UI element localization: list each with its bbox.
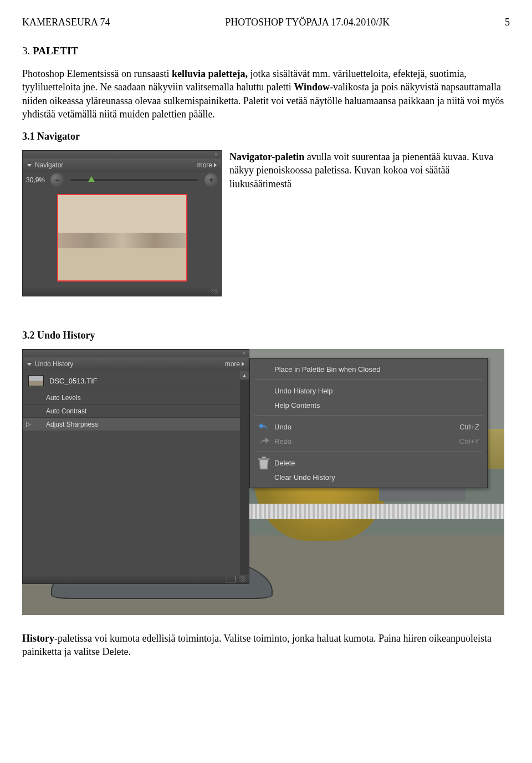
- zoom-slider-track[interactable]: [70, 179, 198, 181]
- para-bold: History: [22, 633, 54, 644]
- menu-item-label: Redo: [274, 437, 459, 445]
- history-item[interactable]: Auto Contrast: [23, 404, 249, 417]
- menu-item-label: Help Contents: [274, 401, 479, 409]
- file-thumbnail-icon: [28, 375, 44, 386]
- zoom-in-button[interactable]: +: [204, 173, 218, 187]
- para-bold: Window: [294, 81, 330, 93]
- navigator-description: Navigator-paletin avulla voit suurentaa …: [229, 150, 510, 296]
- more-button[interactable]: more: [197, 161, 217, 169]
- scrollbar[interactable]: ▲: [240, 371, 249, 575]
- navigator-thumbnail-area: [23, 188, 221, 287]
- menu-item-label: Undo: [274, 423, 459, 431]
- menu-item-redo: RedoCtrl+Y: [250, 434, 487, 448]
- scroll-up-icon[interactable]: ▲: [240, 371, 249, 380]
- history-file-row[interactable]: DSC_0513.TIF: [23, 371, 249, 391]
- menu-item-place-in-palette-bin-when-closed[interactable]: Place in Palette Bin when Closed: [250, 362, 487, 376]
- menu-item-shortcut: Ctrl+Y: [459, 437, 479, 445]
- collapse-icon[interactable]: [27, 363, 32, 366]
- para-text: -paletissa voi kumota edellisiä toiminto…: [22, 633, 492, 657]
- section-3-heading: 3. PALETIT: [22, 45, 510, 57]
- history-empty-area: [23, 431, 249, 575]
- menu-item-delete[interactable]: Delete: [250, 455, 487, 470]
- close-icon[interactable]: ×: [213, 152, 219, 157]
- menu-item-clear-undo-history[interactable]: Clear Undo History: [250, 470, 487, 484]
- menu-item-label: Place in Palette Bin when Closed: [274, 365, 479, 373]
- palette-tabbar: Undo History more: [23, 357, 249, 371]
- chevron-right-icon: [214, 163, 217, 167]
- file-name: DSC_0513.TIF: [49, 377, 98, 385]
- more-label: more: [197, 161, 212, 169]
- navigator-palette: × Navigator more 30,9% − +: [22, 150, 222, 296]
- page-header: KAMERASEURA 74 PHOTOSHOP TYÖPAJA 17.04.2…: [22, 17, 510, 28]
- trash-icon: [258, 456, 270, 470]
- header-page-number: 5: [505, 17, 510, 28]
- navigator-thumbnail[interactable]: [57, 194, 187, 281]
- context-menu: Place in Palette Bin when ClosedUndo His…: [249, 358, 488, 488]
- resize-grip-icon[interactable]: [211, 289, 218, 294]
- close-icon[interactable]: ×: [241, 351, 247, 356]
- desc-bold: Navigator-paletin: [229, 151, 304, 162]
- menu-item-shortcut: Ctrl+Z: [459, 423, 479, 431]
- menu-item-undo[interactable]: UndoCtrl+Z: [250, 419, 487, 434]
- menu-item-label: Delete: [274, 459, 479, 467]
- zoom-value[interactable]: 30,9%: [26, 176, 45, 184]
- more-button[interactable]: more: [225, 360, 244, 368]
- history-item[interactable]: Adjust Sharpness: [23, 417, 249, 431]
- para-text: Photoshop Elementsissä on runsaasti: [22, 68, 172, 79]
- navigator-controls: 30,9% − +: [23, 172, 221, 188]
- menu-separator: [254, 416, 483, 416]
- menu-item-label: Undo History Help: [274, 387, 479, 395]
- zoom-out-button[interactable]: −: [50, 173, 64, 187]
- header-center: PHOTOSHOP TYÖPAJA 17.04.2010/JK: [225, 17, 390, 28]
- header-left: KAMERASEURA 74: [22, 17, 110, 28]
- palette-titlebar[interactable]: ×: [23, 151, 221, 158]
- menu-item-help-contents[interactable]: Help Contents: [250, 398, 487, 412]
- section-3-2-heading: 3.2 Undo History: [22, 330, 510, 341]
- more-label: more: [225, 360, 240, 368]
- menu-item-undo-history-help[interactable]: Undo History Help: [250, 383, 487, 398]
- palette-tabbar: Navigator more: [23, 158, 221, 172]
- undo-history-palette: × Undo History more DSC_0513.TIF Auto Le…: [22, 349, 249, 584]
- heading-label: PALETIT: [33, 45, 78, 57]
- navigator-section: × Navigator more 30,9% − +: [22, 150, 510, 296]
- resize-grip-icon[interactable]: [239, 576, 245, 582]
- menu-separator: [254, 452, 483, 452]
- trash-icon[interactable]: [227, 576, 236, 582]
- history-item[interactable]: Auto Levels: [23, 391, 249, 404]
- palette-footer: [23, 287, 221, 296]
- palette-titlebar[interactable]: ×: [23, 350, 249, 357]
- para-bold: kelluvia paletteja,: [172, 68, 248, 79]
- section-3-paragraph: Photoshop Elementsissä on runsaasti kell…: [22, 67, 510, 121]
- palette-footer: [23, 575, 249, 583]
- history-list: Auto LevelsAuto ContrastAdjust Sharpness: [23, 391, 249, 431]
- zoom-slider: − +: [50, 173, 218, 187]
- menu-separator: [254, 380, 483, 380]
- tab-undo-history[interactable]: Undo History: [35, 360, 73, 368]
- zoom-slider-handle[interactable]: [88, 176, 95, 182]
- undo-icon: [258, 421, 270, 433]
- section-3-2-paragraph: History-paletissa voi kumota edellisiä t…: [22, 632, 510, 659]
- collapse-icon[interactable]: [27, 164, 32, 167]
- undo-history-figure: × Undo History more DSC_0513.TIF Auto Le…: [22, 349, 504, 615]
- thumbnail-content: [58, 233, 186, 248]
- section-3-1-heading: 3.1 Navigator: [22, 131, 510, 142]
- heading-number: 3.: [22, 45, 33, 57]
- chevron-right-icon: [242, 362, 244, 366]
- tab-navigator[interactable]: Navigator: [35, 161, 63, 169]
- menu-item-label: Clear Undo History: [274, 473, 479, 482]
- redo-icon: [258, 435, 270, 447]
